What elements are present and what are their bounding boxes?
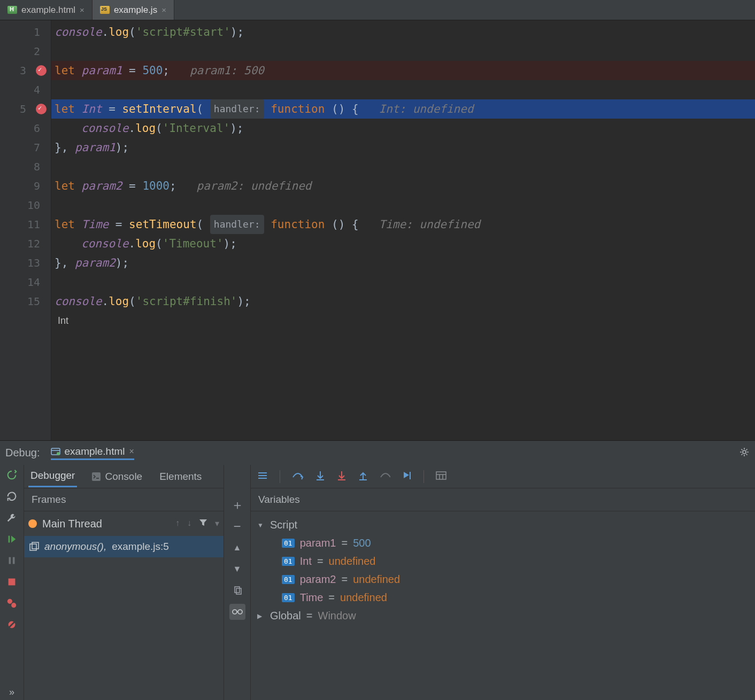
js-file-icon (100, 6, 110, 14)
type-badge: 01 (282, 539, 295, 548)
line-number: 13 (0, 253, 47, 273)
tab-example-js[interactable]: example.js × (93, 0, 174, 20)
type-badge: 01 (282, 593, 295, 602)
mute-breakpoints-button[interactable] (4, 617, 20, 633)
scope-global[interactable]: Global = Window (257, 606, 749, 625)
run-to-cursor-button[interactable] (402, 470, 412, 483)
breadcrumb: Int (55, 311, 68, 330)
code-line: console.log('script#finish'); (51, 292, 755, 311)
copy-icon (233, 586, 242, 595)
breakpoint-icon[interactable] (36, 104, 47, 114)
close-icon[interactable]: × (129, 447, 134, 456)
debug-toolwindow-header: Debug: example.html × (0, 440, 755, 465)
code-line (51, 42, 755, 61)
watches-view-button[interactable] (229, 604, 245, 620)
session-label: example.html (65, 446, 125, 457)
line-number: 7 (0, 138, 47, 157)
pause-button[interactable] (4, 553, 20, 569)
code-line (51, 80, 755, 99)
scope-script[interactable]: Script (257, 516, 749, 534)
type-badge: 01 (282, 557, 295, 566)
copy-button[interactable] (229, 582, 245, 598)
funnel-icon (199, 518, 207, 527)
code-line (51, 196, 755, 215)
view-breakpoints-button[interactable] (4, 595, 20, 611)
variable-row[interactable]: 01 Int = undefined (257, 552, 749, 570)
close-icon[interactable]: × (80, 5, 84, 14)
line-number: 5 (0, 99, 33, 119)
breakpoint-icon[interactable] (36, 65, 47, 76)
restart-button[interactable] (4, 488, 20, 504)
code-editor[interactable]: 1 2 3 4 5 6 7 8 9 10 11 12 13 14 15 cons… (0, 20, 755, 440)
svg-point-2 (57, 452, 60, 455)
line-number: 8 (0, 157, 47, 176)
remove-watch-button[interactable]: − (229, 518, 245, 534)
line-number: 9 (0, 176, 47, 196)
variables-panel: ＋ − ▲ ▼ Variables (224, 465, 755, 700)
evaluate-expression-button[interactable] (436, 471, 446, 482)
force-step-into-button[interactable] (337, 470, 346, 483)
debug-panel: » Debugger Console Elements Frames Main … (0, 465, 755, 700)
tab-console[interactable]: Console (90, 466, 144, 487)
code-line: }, param1); (51, 138, 755, 157)
svg-rect-13 (30, 544, 36, 550)
show-execution-point-button[interactable] (257, 471, 268, 482)
svg-rect-6 (13, 557, 15, 564)
move-up-button[interactable]: ▲ (229, 540, 245, 556)
resume-button[interactable] (4, 531, 20, 547)
wrench-button[interactable] (4, 510, 20, 526)
svg-rect-4 (9, 536, 10, 543)
debug-label: Debug: (5, 447, 40, 459)
line-number: 15 (0, 292, 47, 311)
svg-rect-15 (235, 587, 240, 593)
variable-row[interactable]: 01 param2 = undefined (257, 570, 749, 588)
code-line: console.log('Interval'); (51, 119, 755, 138)
type-badge: 01 (282, 575, 295, 584)
add-watch-button[interactable]: ＋ (229, 497, 245, 513)
move-down-button[interactable]: ▼ (229, 561, 245, 577)
line-number: 6 (0, 119, 47, 138)
code-line: let param2 = 1000; param2: undefined (51, 176, 755, 196)
variable-row[interactable]: 01 param1 = 500 (257, 534, 749, 552)
code-line: }, param2); (51, 253, 755, 273)
debug-tabs: Debugger Console Elements (24, 465, 224, 488)
filter-button[interactable] (199, 518, 207, 529)
next-frame-button[interactable]: ↓ (187, 518, 191, 529)
tab-elements[interactable]: Elements (157, 466, 204, 487)
editor-tabs: example.html × example.js × (0, 0, 755, 20)
debug-session-tab[interactable]: example.html × (51, 446, 134, 460)
frames-title: Frames (24, 488, 224, 511)
svg-rect-7 (9, 579, 16, 586)
thread-name: Main Thread (42, 518, 102, 530)
step-into-button[interactable] (315, 470, 325, 483)
step-over-button[interactable] (292, 471, 304, 483)
tab-example-html[interactable]: example.html × (0, 0, 93, 20)
line-number: 14 (0, 273, 47, 292)
stop-button[interactable] (4, 574, 20, 590)
close-icon[interactable]: × (161, 5, 166, 14)
rerun-button[interactable] (4, 467, 20, 483)
more-button[interactable]: » (4, 684, 20, 700)
code-line: console.log('Timeout'); (51, 234, 755, 253)
svg-rect-30 (436, 472, 446, 479)
drop-frame-button[interactable] (380, 471, 390, 483)
thread-selector[interactable]: Main Thread ↑ ↓ ▾ (24, 511, 224, 536)
tab-debugger[interactable]: Debugger (28, 465, 77, 487)
variable-row[interactable]: 01 Time = undefined (257, 588, 749, 606)
step-out-button[interactable] (358, 470, 368, 483)
dropdown-button[interactable]: ▾ (215, 518, 219, 529)
code-content[interactable]: console.log('script#start'); let param1 … (51, 20, 755, 440)
chevron-right-icon[interactable] (257, 611, 265, 620)
settings-button[interactable] (739, 447, 750, 460)
svg-rect-5 (9, 557, 11, 564)
variables-tree[interactable]: Script 01 param1 = 500 01 Int = undefine… (251, 511, 755, 629)
html-file-icon (7, 6, 17, 14)
stack-frame[interactable]: anonymous(), example.js:5 (24, 536, 224, 557)
tab-label: example.js (114, 5, 157, 15)
prev-frame-button[interactable]: ↑ (175, 518, 180, 529)
chevron-down-icon[interactable] (257, 520, 265, 529)
gutter[interactable]: 1 2 3 4 5 6 7 8 9 10 11 12 13 14 15 (0, 20, 51, 440)
watches-toolbar: ＋ − ▲ ▼ (224, 465, 251, 700)
code-line-current: let Int = setInterval( handler: function… (51, 99, 755, 119)
svg-point-8 (7, 599, 12, 604)
